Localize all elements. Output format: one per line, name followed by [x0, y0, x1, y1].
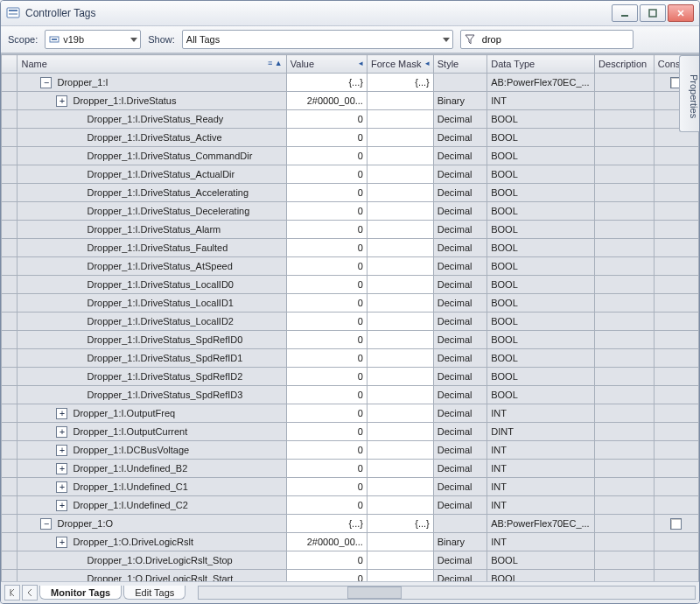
- cell-value[interactable]: 0: [286, 331, 367, 349]
- cell-style[interactable]: Decimal: [433, 368, 486, 386]
- col-name[interactable]: Name≡ ▲: [18, 55, 286, 74]
- cell-constant[interactable]: [654, 515, 698, 533]
- minimize-button[interactable]: [612, 4, 638, 22]
- cell-description[interactable]: [595, 515, 654, 533]
- cell-name[interactable]: Dropper_1:I.DriveStatus_CommandDir: [18, 147, 286, 165]
- cell-value[interactable]: 0: [286, 202, 367, 221]
- cell-name[interactable]: −Dropper_1:I: [18, 74, 286, 92]
- cell-value[interactable]: 0: [286, 129, 367, 147]
- cell-datatype[interactable]: INT: [487, 478, 595, 496]
- cell-forcemask[interactable]: [367, 221, 433, 239]
- cell-name[interactable]: +Dropper_1:I.OutputCurrent: [18, 423, 286, 441]
- maximize-button[interactable]: [640, 4, 666, 22]
- tabnav-prev[interactable]: [22, 585, 38, 600]
- table-row[interactable]: +Dropper_1:I.Undefined_C10DecimalINT: [2, 478, 699, 496]
- table-row[interactable]: +Dropper_1:I.OutputFreq0DecimalINT: [2, 404, 699, 423]
- cell-value[interactable]: 0: [286, 368, 367, 386]
- cell-style[interactable]: [433, 515, 486, 533]
- cell-forcemask[interactable]: [367, 349, 433, 368]
- cell-description[interactable]: [595, 404, 654, 423]
- cell-value[interactable]: 0: [286, 386, 367, 404]
- cell-name[interactable]: +Dropper_1:I.OutputFreq: [18, 404, 286, 423]
- cell-style[interactable]: Decimal: [433, 460, 486, 478]
- cell-value[interactable]: 0: [286, 110, 367, 129]
- row-selector[interactable]: [2, 110, 18, 129]
- cell-constant[interactable]: [654, 313, 698, 331]
- cell-forcemask[interactable]: [367, 478, 433, 496]
- expand-icon[interactable]: +: [56, 500, 67, 511]
- cell-name[interactable]: Dropper_1:I.DriveStatus_SpdRefID0: [18, 331, 286, 349]
- cell-style[interactable]: Decimal: [433, 184, 486, 202]
- cell-description[interactable]: [595, 386, 654, 404]
- cell-style[interactable]: Binary: [433, 92, 486, 110]
- cell-name[interactable]: Dropper_1:I.DriveStatus_AtSpeed: [18, 257, 286, 276]
- cell-value[interactable]: 0: [286, 349, 367, 368]
- cell-style[interactable]: Decimal: [433, 313, 486, 331]
- cell-forcemask[interactable]: {...}: [367, 515, 433, 533]
- cell-style[interactable]: Decimal: [433, 110, 486, 129]
- cell-name[interactable]: +Dropper_1:I.DCBusVoltage: [18, 441, 286, 460]
- cell-value[interactable]: 0: [286, 551, 367, 570]
- expand-icon[interactable]: +: [56, 537, 67, 548]
- cell-datatype[interactable]: BOOL: [487, 147, 595, 165]
- cell-style[interactable]: Decimal: [433, 129, 486, 147]
- cell-style[interactable]: Decimal: [433, 221, 486, 239]
- row-selector[interactable]: [2, 404, 18, 423]
- cell-style[interactable]: Decimal: [433, 404, 486, 423]
- cell-description[interactable]: [595, 496, 654, 515]
- cell-constant[interactable]: [654, 386, 698, 404]
- cell-name[interactable]: Dropper_1:O.DriveLogicRslt_Stop: [18, 551, 286, 570]
- cell-value[interactable]: 2#0000_00...: [286, 92, 367, 110]
- row-selector[interactable]: [2, 74, 18, 92]
- cell-datatype[interactable]: BOOL: [487, 331, 595, 349]
- row-selector[interactable]: [2, 202, 18, 221]
- cell-value[interactable]: 2#0000_00...: [286, 533, 367, 551]
- cell-name[interactable]: Dropper_1:I.DriveStatus_ActualDir: [18, 165, 286, 184]
- cell-description[interactable]: [595, 331, 654, 349]
- row-selector[interactable]: [2, 423, 18, 441]
- cell-style[interactable]: Decimal: [433, 165, 486, 184]
- cell-style[interactable]: Decimal: [433, 349, 486, 368]
- cell-style[interactable]: Decimal: [433, 331, 486, 349]
- cell-style[interactable]: [433, 74, 486, 92]
- expand-icon[interactable]: +: [56, 95, 67, 107]
- cell-description[interactable]: [595, 165, 654, 184]
- cell-datatype[interactable]: INT: [487, 92, 595, 110]
- col-description[interactable]: Description: [595, 55, 654, 74]
- cell-datatype[interactable]: DINT: [487, 423, 595, 441]
- cell-description[interactable]: [595, 460, 654, 478]
- cell-style[interactable]: Binary: [433, 533, 486, 551]
- row-selector[interactable]: [2, 129, 18, 147]
- cell-forcemask[interactable]: [367, 184, 433, 202]
- cell-constant[interactable]: [654, 460, 698, 478]
- expand-icon[interactable]: +: [56, 408, 67, 419]
- cell-datatype[interactable]: BOOL: [487, 202, 595, 221]
- cell-forcemask[interactable]: [367, 147, 433, 165]
- row-selector[interactable]: [2, 331, 18, 349]
- cell-datatype[interactable]: BOOL: [487, 313, 595, 331]
- cell-datatype[interactable]: AB:PowerFlex70EC_...: [487, 515, 595, 533]
- cell-name[interactable]: Dropper_1:I.DriveStatus_Active: [18, 129, 286, 147]
- cell-value[interactable]: 0: [286, 239, 367, 257]
- table-row[interactable]: −Dropper_1:O{...}{...}AB:PowerFlex70EC_.…: [2, 515, 699, 533]
- cell-description[interactable]: [595, 184, 654, 202]
- tab-monitor-tags[interactable]: Monitor Tags: [39, 586, 122, 600]
- cell-forcemask[interactable]: [367, 460, 433, 478]
- cell-description[interactable]: [595, 423, 654, 441]
- cell-constant[interactable]: [654, 184, 698, 202]
- row-selector[interactable]: [2, 368, 18, 386]
- table-row[interactable]: Dropper_1:I.DriveStatus_SpdRefID20Decima…: [2, 368, 699, 386]
- row-selector[interactable]: [2, 441, 18, 460]
- table-row[interactable]: Dropper_1:I.DriveStatus_CommandDir0Decim…: [2, 147, 699, 165]
- cell-style[interactable]: Decimal: [433, 257, 486, 276]
- row-selector[interactable]: [2, 533, 18, 551]
- cell-name[interactable]: Dropper_1:I.DriveStatus_LocalID0: [18, 276, 286, 294]
- table-row[interactable]: Dropper_1:I.DriveStatus_LocalID20Decimal…: [2, 313, 699, 331]
- cell-datatype[interactable]: BOOL: [487, 110, 595, 129]
- collapse-icon[interactable]: −: [40, 518, 52, 530]
- cell-style[interactable]: Decimal: [433, 202, 486, 221]
- cell-constant[interactable]: [654, 441, 698, 460]
- cell-name[interactable]: +Dropper_1:I.DriveStatus: [18, 92, 286, 110]
- cell-name[interactable]: +Dropper_1:I.Undefined_C2: [18, 496, 286, 515]
- row-selector[interactable]: [2, 386, 18, 404]
